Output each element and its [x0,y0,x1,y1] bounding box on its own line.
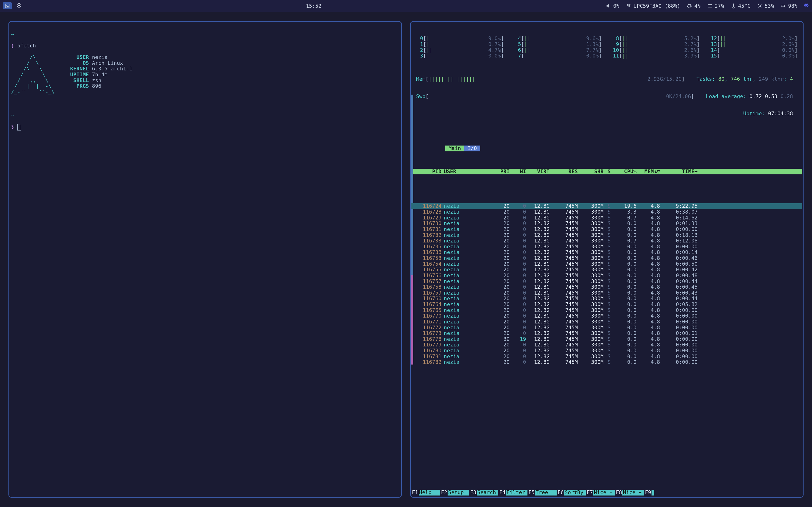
htop-header-row[interactable]: PID USER PRI NI VIRT RES SHR S CPU% MEM%… [411,169,802,175]
afetch-ascii-line: /_-'' ''-_\ [11,89,61,95]
htop-process-row[interactable]: 116728 nezia 20 0 12.8G 745M 300M S 3.3 … [411,209,802,215]
htop-process-row[interactable]: 116756 nezia 20 0 12.8G 745M 300M S 0.0 … [411,273,802,279]
htop-process-row[interactable]: 116730 nezia 20 0 12.8G 745M 300M S 0.0 … [411,221,802,227]
temp-indicator[interactable]: 45°C [731,3,751,9]
htop-cpu-meter: 15[0.0%] [710,53,798,59]
htop-process-row[interactable]: 116778 nezia 39 19 12.8G 745M 300M S 0.0… [411,336,802,342]
htop-process-row[interactable]: 116731 nezia 20 0 12.8G 745M 300M S 0.0 … [411,227,802,232]
htop-process-row[interactable]: 116765 nezia 20 0 12.8G 745M 300M S 0.0 … [411,307,802,313]
disk-indicator[interactable]: 27% [707,3,724,9]
htop-tab-io[interactable]: I/O [464,146,480,151]
clock: 15:52 [306,3,321,9]
htop-cpu-meter: 10[||2.6%] [612,47,700,53]
htop-fn-f3[interactable]: F3Search [469,490,498,496]
htop-process-row[interactable]: 116757 nezia 20 0 12.8G 745M 300M S 0.0 … [411,279,802,284]
battery-icon [780,3,786,8]
htop-fn-f8[interactable]: F8Nice + [615,490,644,496]
htop-process-row[interactable]: 116758 nezia 20 0 12.8G 745M 300M S 0.0 … [411,284,802,290]
htop-cpu-meter: 12[||2.0%] [710,36,798,42]
afetch-ascii-line: /\ \ [11,66,61,72]
htop-process-row[interactable]: 116738 nezia 20 0 12.8G 745M 300M S 0.0 … [411,249,802,256]
htop-cpu-meter: 0[|9.0%] [416,36,504,42]
htop-process-list[interactable]: 116724 nezia 20 0 12.8G 745M 300M S 19.6… [411,203,802,365]
afetch-value: zsh [92,77,101,83]
afetch-key: PKGS [70,83,89,89]
svg-rect-2 [688,5,691,7]
htop-process-row[interactable]: 116770 nezia 20 0 12.8G 745M 300M S 0.0 … [411,313,802,319]
afetch-ascii-line: / \ [11,72,61,77]
htop-swap-meter: Swp[0K/24.0G] Load average: 0.72 0.53 0.… [411,94,802,100]
prompt-command: afetch [17,43,36,49]
temp-value: 45°C [738,3,751,9]
htop-fn-f9[interactable]: F9 [644,490,655,496]
htop-process-row[interactable]: 116753 nezia 20 0 12.8G 745M 300M S 0.0 … [411,256,802,261]
htop-process-row[interactable]: 116764 nezia 20 0 12.8G 745M 300M S 0.0 … [411,301,802,307]
svg-point-1 [18,4,20,6]
htop-fn-f5[interactable]: F5Tree [527,490,557,496]
htop-process-row[interactable]: 116729 nezia 20 0 12.8G 745M 300M S 0.7 … [411,215,802,221]
htop-process-row[interactable]: 116780 nezia 20 0 12.8G 745M 300M S 0.0 … [411,348,802,354]
htop-uptime: Uptime: 07:04:38 [411,111,802,117]
terminal-right-pane[interactable]: 0[|9.0%] 4[||9.6%] 8[||5.2%] 12[||2.0%] … [410,21,804,498]
htop-cpu-meter: 7[0.0%] [514,53,602,59]
htop-cpu-meter: 6[||7.7%] [514,47,602,53]
htop-process-row[interactable]: 116781 nezia 20 0 12.8G 745M 300M S 0.0 … [411,354,802,359]
afetch-value: Arch Linux [92,60,123,66]
htop-cpu-meter: 9[||2.7%] [612,42,700,47]
wifi-value: UPC59F3A0 (88%) [634,3,680,9]
htop-cpu-meter: 2[||4.7%] [416,47,504,53]
afetch-key: KERNEL [70,66,89,72]
htop-fn-f1[interactable]: F1Help [411,490,440,496]
htop-process-row[interactable]: 116735 nezia 20 0 12.8G 745M 300M S 0.0 … [411,244,802,250]
brightness-value: 53% [765,3,774,9]
workspace-browser-icon[interactable] [16,3,21,9]
top-bar: 15:52 0% UPC59F3A0 (88%) 4% 27% 45°C 53% [0,0,812,12]
afetch-ascii-line: / ,, \ [11,77,61,83]
battery-value: 98% [788,3,798,9]
terminal-cursor[interactable] [17,124,21,130]
htop-process-row[interactable]: 116754 nezia 20 0 12.8G 745M 300M S 0.0 … [411,261,802,267]
battery-indicator[interactable]: 98% [780,3,798,9]
wifi-indicator[interactable]: UPC59F3A0 (88%) [626,3,680,9]
htop-process-row[interactable]: 116782 nezia 20 0 12.8G 745M 300M S 0.0 … [411,359,802,365]
afetch-ascii-line: /\ [11,54,61,60]
htop-process-row[interactable]: 116760 nezia 20 0 12.8G 745M 300M S 0.0 … [411,296,802,301]
volume-value: 0% [613,3,620,9]
cpu-indicator[interactable]: 4% [687,3,701,9]
htop-fn-f2[interactable]: F2Setup [440,490,469,496]
htop-mem-meter: Mem[||||| || ||||||2.93G/15.2G] Tasks: 8… [411,76,802,82]
htop-process-row[interactable]: 116773 nezia 20 0 12.8G 745M 300M S 0.0 … [411,331,802,336]
htop-cpu-meter: 14[0.0%] [710,47,798,53]
svg-rect-4 [781,5,785,7]
speaker-icon [606,3,611,8]
htop-tab-main[interactable]: Main [445,146,464,151]
htop-cpu-meter: 5[|1.3%] [514,42,602,47]
discord-tray-icon[interactable] [804,3,809,9]
htop-process-row[interactable]: 116772 nezia 20 0 12.8G 745M 300M S 0.0 … [411,325,802,331]
htop-cpu-meter: 4[||9.6%] [514,36,602,42]
wifi-icon [626,3,631,8]
afetch-value: 6.3.5-arch1-1 [92,66,132,72]
workspace-terminal-icon[interactable] [3,2,12,9]
terminal-left-pane[interactable]: ~ ❯ afetch /\ USER nezia / \ OS Arch Lin… [8,21,402,498]
afetch-key: SHELL [70,77,89,83]
htop-process-row[interactable]: 116755 nezia 20 0 12.8G 745M 300M S 0.0 … [411,267,802,273]
htop-fn-f4[interactable]: F4Filter [498,490,527,496]
svg-point-3 [759,5,761,7]
htop-process-row[interactable]: 116759 nezia 20 0 12.8G 745M 300M S 0.0 … [411,290,802,296]
htop-process-row[interactable]: 116771 nezia 20 0 12.8G 745M 300M S 0.0 … [411,319,802,325]
afetch-key: OS [70,60,89,66]
volume-indicator[interactable]: 0% [606,3,620,9]
thermometer-icon [731,3,736,8]
htop-fn-f7[interactable]: F7Nice - [586,490,615,496]
htop-process-row[interactable]: 116733 nezia 20 0 12.8G 745M 300M S 0.7 … [411,238,802,244]
htop-process-row[interactable]: 116724 nezia 20 0 12.8G 745M 300M S 19.6… [411,203,802,209]
afetch-key: USER [70,54,89,60]
sun-icon [757,3,762,8]
disk-icon [707,3,712,8]
afetch-value: nezia [92,54,107,60]
htop-process-row[interactable]: 116779 nezia 20 0 12.8G 745M 300M S 0.0 … [411,342,802,348]
htop-fn-f6[interactable]: F6SortBy [557,490,586,496]
brightness-indicator[interactable]: 53% [757,3,774,9]
htop-process-row[interactable]: 116732 nezia 20 0 12.8G 745M 300M S 0.0 … [411,232,802,238]
